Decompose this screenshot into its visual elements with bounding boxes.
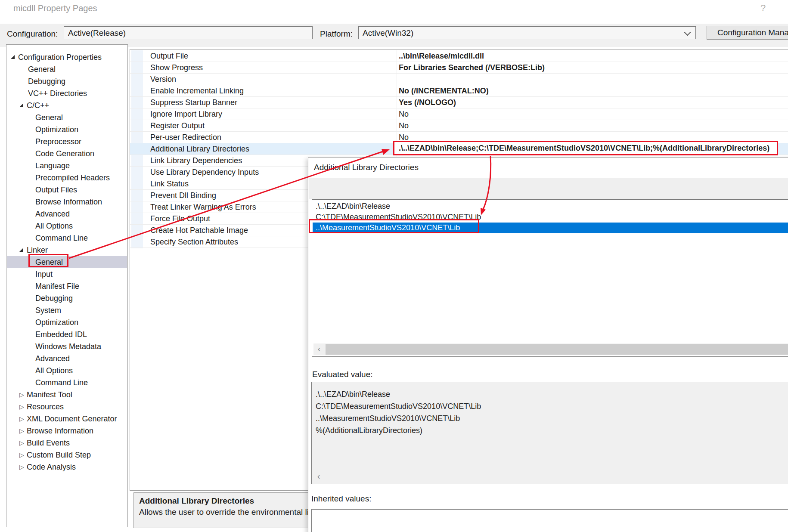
- property-name: Create Hot Patchable Image: [150, 225, 248, 236]
- tree-item-system[interactable]: System: [7, 304, 127, 316]
- configuration-label: Configuration:: [7, 29, 58, 39]
- tree-item-label: Manifest File: [35, 280, 79, 292]
- scroll-left-icon[interactable]: ‹: [313, 343, 325, 355]
- tree-item-input[interactable]: Input: [7, 268, 127, 280]
- tree-item-label: Command Line: [35, 377, 88, 389]
- tree-item-label: Optimization: [35, 124, 78, 136]
- tree-item-windows-metadata[interactable]: Windows Metadata: [7, 340, 127, 353]
- help-icon[interactable]: ?: [760, 3, 766, 14]
- additional-library-directories-value[interactable]: .\..\EZAD\bin\Release;C:\TDE\Measurement…: [399, 142, 769, 154]
- scroll-left-icon[interactable]: ‹: [313, 471, 324, 483]
- configuration-manager-button[interactable]: Configuration Manager...: [707, 26, 788, 40]
- property-value[interactable]: No: [399, 120, 409, 131]
- scrollbar-thumb[interactable]: [326, 344, 788, 355]
- tree-item-vc-directories[interactable]: VC++ Directories: [7, 87, 127, 99]
- inherited-values-label: Inherited values:: [311, 494, 371, 504]
- tree-item-embedded-idl[interactable]: Embedded IDL: [7, 328, 127, 340]
- configuration-dropdown[interactable]: Active(Release): [64, 26, 313, 39]
- property-row-show-progress[interactable]: Show ProgressFor Libraries Searched (/VE…: [130, 62, 788, 74]
- collapsed-arrow-icon[interactable]: ▷: [19, 413, 24, 425]
- tree-item-general[interactable]: General: [7, 111, 127, 124]
- tree-item-label: Optimization: [35, 316, 78, 328]
- property-row-enable-incremental-linking[interactable]: Enable Incremental LinkingNo (/INCREMENT…: [130, 85, 788, 97]
- collapsed-arrow-icon[interactable]: ▷: [19, 425, 24, 437]
- property-name: Show Progress: [150, 62, 203, 73]
- platform-dropdown[interactable]: Active(Win32): [358, 26, 696, 39]
- evaluated-value-box: .\..\EZAD\bin\ReleaseC:\TDE\MeasurementS…: [311, 382, 788, 484]
- property-name: Additional Library Directories: [150, 143, 249, 155]
- expanded-arrow-icon[interactable]: [19, 248, 23, 252]
- tree-item-xml-document-generator[interactable]: ▷XML Document Generator: [7, 413, 127, 425]
- tree-item-label: Code Generation: [35, 148, 94, 160]
- tree-item-label: Build Events: [27, 437, 70, 449]
- directory-list-item[interactable]: .\..\EZAD\bin\Release: [313, 201, 788, 212]
- evaluated-value-line: ..\MeasurementStudioVS2010\VCNET\Lib: [316, 412, 460, 424]
- collapsed-arrow-icon[interactable]: ▷: [19, 461, 24, 473]
- property-value[interactable]: ..\bin\Release/micdll.dll: [399, 50, 484, 62]
- tree-item-label: All Options: [35, 220, 73, 232]
- tree-item-configuration-properties[interactable]: Configuration Properties: [7, 51, 127, 63]
- horizontal-scrollbar[interactable]: ‹: [313, 343, 788, 355]
- tree-item-language[interactable]: Language: [7, 160, 127, 172]
- property-row-suppress-startup-banner[interactable]: Suppress Startup BannerYes (/NOLOGO): [130, 97, 788, 108]
- tree-item-manifest-file[interactable]: Manifest File: [7, 280, 127, 292]
- evaluated-value-line: C:\TDE\MeasurementStudioVS2010\VCNET\Lib: [316, 400, 481, 412]
- property-value[interactable]: No: [399, 108, 409, 120]
- tree-item-optimization[interactable]: Optimization: [7, 316, 127, 328]
- property-name: Ignore Import Library: [150, 108, 222, 120]
- property-name: Link Status: [150, 178, 189, 189]
- property-row-ignore-import-library[interactable]: Ignore Import LibraryNo: [130, 108, 788, 120]
- property-row-register-output[interactable]: Register OutputNo: [130, 120, 788, 132]
- property-row-version[interactable]: Version: [130, 74, 788, 85]
- collapsed-arrow-icon[interactable]: ▷: [19, 449, 24, 461]
- tree-item-optimization[interactable]: Optimization: [7, 124, 127, 136]
- collapsed-arrow-icon[interactable]: ▷: [19, 437, 24, 449]
- property-name: Version: [150, 74, 176, 85]
- tree-item-precompiled-headers[interactable]: Precompiled Headers: [7, 172, 127, 184]
- tree-item-label: Custom Build Step: [27, 449, 91, 461]
- expanded-arrow-icon[interactable]: [19, 103, 23, 107]
- tree-item-output-files[interactable]: Output Files: [7, 184, 127, 196]
- tree-item-preprocessor[interactable]: Preprocessor: [7, 136, 127, 148]
- property-name: Output File: [150, 50, 188, 62]
- tree-item-label: VC++ Directories: [28, 87, 87, 99]
- description-text: Allows the user to override the environm…: [139, 507, 320, 517]
- property-name: Prevent Dll Binding: [150, 190, 216, 201]
- property-value[interactable]: Yes (/NOLOGO): [399, 97, 456, 108]
- tree-item-general[interactable]: General: [7, 63, 127, 75]
- property-value[interactable]: For Libraries Searched (/VERBOSE:Lib): [399, 62, 545, 73]
- tree-item-resources[interactable]: ▷Resources: [7, 401, 127, 413]
- tree-item-manifest-tool[interactable]: ▷Manifest Tool: [7, 389, 127, 401]
- tree-item-browse-information[interactable]: Browse Information: [7, 196, 127, 208]
- horizontal-scrollbar[interactable]: ‹: [313, 471, 788, 483]
- property-name: Enable Incremental Linking: [150, 85, 244, 96]
- tree-item-build-events[interactable]: ▷Build Events: [7, 437, 127, 449]
- tree-item-advanced[interactable]: Advanced: [7, 353, 127, 365]
- property-row-output-file[interactable]: Output File..\bin\Release/micdll.dll: [130, 50, 788, 62]
- tree-item-label: Advanced: [35, 353, 70, 365]
- tree-item-label: Command Line: [35, 232, 88, 244]
- evaluated-value-line: .\..\EZAD\bin\Release: [316, 388, 390, 400]
- annotation-box-linker-general: [28, 254, 68, 267]
- tree-item-browse-information[interactable]: ▷Browse Information: [7, 425, 127, 437]
- collapsed-arrow-icon[interactable]: ▷: [19, 401, 24, 413]
- tree-item-command-line[interactable]: Command Line: [7, 232, 127, 244]
- tree-item-label: XML Document Generator: [27, 413, 117, 425]
- tree-item-code-analysis[interactable]: ▷Code Analysis: [7, 461, 127, 473]
- tree-item-custom-build-step[interactable]: ▷Custom Build Step: [7, 449, 127, 461]
- tree-item-code-generation[interactable]: Code Generation: [7, 148, 127, 160]
- tree-item-command-line[interactable]: Command Line: [7, 377, 127, 389]
- tree-item-c-c[interactable]: C/C++: [7, 99, 127, 111]
- inherited-values-box[interactable]: [311, 509, 788, 532]
- property-name: Per-user Redirection: [150, 132, 221, 143]
- tree-item-all-options[interactable]: All Options: [7, 365, 127, 377]
- tree-item-all-options[interactable]: All Options: [7, 220, 127, 232]
- tree-item-debugging[interactable]: Debugging: [7, 292, 127, 304]
- property-name: Link Library Dependencies: [150, 155, 242, 166]
- tree-item-label: All Options: [35, 365, 73, 377]
- tree-item-advanced[interactable]: Advanced: [7, 208, 127, 220]
- collapsed-arrow-icon[interactable]: ▷: [19, 389, 24, 401]
- tree-item-debugging[interactable]: Debugging: [7, 75, 127, 87]
- property-value[interactable]: No (/INCREMENTAL:NO): [399, 85, 489, 96]
- expanded-arrow-icon[interactable]: [11, 55, 15, 59]
